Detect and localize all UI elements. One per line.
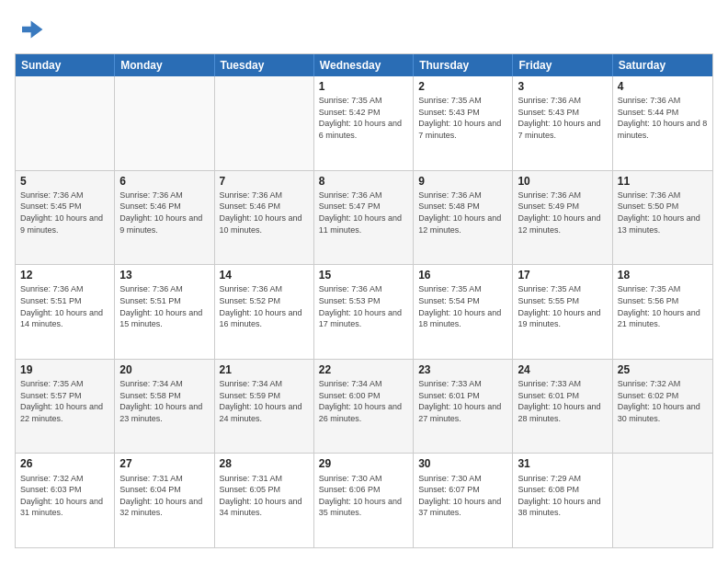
day-number: 3 [518,79,607,94]
calendar-cell [16,76,115,170]
calendar-cell: 7Sunrise: 7:36 AM Sunset: 5:46 PM Daylig… [215,171,314,265]
day-number: 14 [220,268,309,282]
day-number: 31 [518,456,607,471]
calendar-day-header: Saturday [613,54,712,76]
calendar-cell: 15Sunrise: 7:36 AM Sunset: 5:53 PM Dayli… [314,265,414,359]
calendar-cell: 27Sunrise: 7:31 AM Sunset: 6:04 PM Dayli… [115,454,214,547]
cell-info: Sunrise: 7:33 AM Sunset: 6:01 PM Dayligh… [518,378,607,424]
cell-info: Sunrise: 7:29 AM Sunset: 6:08 PM Dayligh… [518,473,607,519]
calendar-cell: 18Sunrise: 7:35 AM Sunset: 5:56 PM Dayli… [613,265,712,359]
cell-info: Sunrise: 7:36 AM Sunset: 5:52 PM Dayligh… [220,283,309,329]
cell-info: Sunrise: 7:36 AM Sunset: 5:43 PM Dayligh… [518,95,607,141]
day-number: 20 [119,362,209,377]
day-number: 29 [319,456,408,471]
page: SundayMondayTuesdayWednesdayThursdayFrid… [0,0,728,563]
day-number: 2 [418,79,507,94]
calendar-cell: 9Sunrise: 7:36 AM Sunset: 5:48 PM Daylig… [414,171,513,265]
cell-info: Sunrise: 7:36 AM Sunset: 5:46 PM Dayligh… [119,190,209,236]
calendar-cell: 31Sunrise: 7:29 AM Sunset: 6:08 PM Dayli… [513,454,612,547]
calendar-cell [215,76,314,170]
calendar-cell: 11Sunrise: 7:36 AM Sunset: 5:50 PM Dayli… [613,171,712,265]
cell-info: Sunrise: 7:36 AM Sunset: 5:47 PM Dayligh… [319,190,408,236]
day-number: 24 [518,362,607,377]
cell-info: Sunrise: 7:30 AM Sunset: 6:06 PM Dayligh… [319,473,408,519]
calendar-cell: 28Sunrise: 7:31 AM Sunset: 6:05 PM Dayli… [215,454,314,547]
day-number: 1 [319,79,408,94]
calendar-cell: 30Sunrise: 7:30 AM Sunset: 6:07 PM Dayli… [414,454,513,547]
day-number: 12 [20,268,109,282]
calendar-cell: 6Sunrise: 7:36 AM Sunset: 5:46 PM Daylig… [115,171,214,265]
calendar-cell: 13Sunrise: 7:36 AM Sunset: 5:51 PM Dayli… [115,265,214,359]
calendar-day-header: Sunday [16,54,115,76]
cell-info: Sunrise: 7:35 AM Sunset: 5:55 PM Dayligh… [518,283,607,329]
day-number: 7 [220,174,309,189]
day-number: 28 [220,456,309,471]
calendar-cell: 1Sunrise: 7:35 AM Sunset: 5:42 PM Daylig… [314,76,414,170]
calendar-day-header: Tuesday [215,54,314,76]
cell-info: Sunrise: 7:36 AM Sunset: 5:44 PM Dayligh… [618,95,708,141]
cell-info: Sunrise: 7:30 AM Sunset: 6:07 PM Dayligh… [418,473,507,519]
day-number: 26 [20,456,109,471]
cell-info: Sunrise: 7:31 AM Sunset: 6:05 PM Dayligh… [220,473,309,519]
cell-info: Sunrise: 7:34 AM Sunset: 5:59 PM Dayligh… [220,378,309,424]
day-number: 21 [220,362,309,377]
cell-info: Sunrise: 7:35 AM Sunset: 5:56 PM Dayligh… [618,283,708,329]
day-number: 22 [319,362,408,377]
calendar-cell: 24Sunrise: 7:33 AM Sunset: 6:01 PM Dayli… [513,360,612,454]
header [15,15,713,44]
day-number: 9 [418,174,507,189]
day-number: 11 [618,174,708,189]
cell-info: Sunrise: 7:31 AM Sunset: 6:04 PM Dayligh… [119,473,209,519]
calendar-cell [115,76,214,170]
cell-info: Sunrise: 7:34 AM Sunset: 6:00 PM Dayligh… [319,378,408,424]
calendar-week: 5Sunrise: 7:36 AM Sunset: 5:45 PM Daylig… [16,171,712,266]
calendar-cell: 25Sunrise: 7:32 AM Sunset: 6:02 PM Dayli… [613,360,712,454]
cell-info: Sunrise: 7:32 AM Sunset: 6:02 PM Dayligh… [618,378,708,424]
day-number: 4 [618,79,708,94]
calendar-week: 19Sunrise: 7:35 AM Sunset: 5:57 PM Dayli… [16,360,712,454]
calendar-day-header: Thursday [414,54,513,76]
day-number: 23 [418,362,507,377]
calendar-cell: 29Sunrise: 7:30 AM Sunset: 6:06 PM Dayli… [314,454,414,547]
calendar-day-header: Wednesday [314,54,414,76]
calendar-week: 12Sunrise: 7:36 AM Sunset: 5:51 PM Dayli… [16,265,712,360]
day-number: 8 [319,174,408,189]
calendar-cell: 22Sunrise: 7:34 AM Sunset: 6:00 PM Dayli… [314,360,414,454]
day-number: 25 [618,362,708,377]
calendar-cell: 19Sunrise: 7:35 AM Sunset: 5:57 PM Dayli… [16,360,115,454]
cell-info: Sunrise: 7:36 AM Sunset: 5:50 PM Dayligh… [618,190,708,236]
cell-info: Sunrise: 7:36 AM Sunset: 5:51 PM Dayligh… [20,283,109,329]
calendar-cell: 5Sunrise: 7:36 AM Sunset: 5:45 PM Daylig… [16,171,115,265]
day-number: 13 [119,268,209,282]
calendar-cell: 20Sunrise: 7:34 AM Sunset: 5:58 PM Dayli… [115,360,214,454]
cell-info: Sunrise: 7:36 AM Sunset: 5:51 PM Dayligh… [119,283,209,329]
day-number: 6 [119,174,209,189]
logo-icon [15,15,44,44]
calendar-week: 26Sunrise: 7:32 AM Sunset: 6:03 PM Dayli… [16,454,712,547]
day-number: 18 [618,268,708,282]
cell-info: Sunrise: 7:36 AM Sunset: 5:45 PM Dayligh… [20,190,109,236]
calendar-cell: 10Sunrise: 7:36 AM Sunset: 5:49 PM Dayli… [513,171,612,265]
calendar-cell: 3Sunrise: 7:36 AM Sunset: 5:43 PM Daylig… [513,76,612,170]
day-number: 19 [20,362,109,377]
day-number: 16 [418,268,507,282]
cell-info: Sunrise: 7:36 AM Sunset: 5:46 PM Dayligh… [220,190,309,236]
calendar-cell: 17Sunrise: 7:35 AM Sunset: 5:55 PM Dayli… [513,265,612,359]
day-number: 15 [319,268,408,282]
cell-info: Sunrise: 7:35 AM Sunset: 5:54 PM Dayligh… [418,283,507,329]
day-number: 5 [20,174,109,189]
calendar-cell [613,454,712,547]
calendar-body: 1Sunrise: 7:35 AM Sunset: 5:42 PM Daylig… [16,76,712,547]
day-number: 17 [518,268,607,282]
calendar-cell: 14Sunrise: 7:36 AM Sunset: 5:52 PM Dayli… [215,265,314,359]
calendar-cell: 21Sunrise: 7:34 AM Sunset: 5:59 PM Dayli… [215,360,314,454]
cell-info: Sunrise: 7:36 AM Sunset: 5:48 PM Dayligh… [418,190,507,236]
calendar-cell: 26Sunrise: 7:32 AM Sunset: 6:03 PM Dayli… [16,454,115,547]
cell-info: Sunrise: 7:35 AM Sunset: 5:42 PM Dayligh… [319,95,408,141]
calendar-day-header: Monday [115,54,214,76]
day-number: 30 [418,456,507,471]
cell-info: Sunrise: 7:32 AM Sunset: 6:03 PM Dayligh… [20,473,109,519]
cell-info: Sunrise: 7:35 AM Sunset: 5:43 PM Dayligh… [418,95,507,141]
calendar-header: SundayMondayTuesdayWednesdayThursdayFrid… [16,54,712,76]
calendar-cell: 2Sunrise: 7:35 AM Sunset: 5:43 PM Daylig… [414,76,513,170]
